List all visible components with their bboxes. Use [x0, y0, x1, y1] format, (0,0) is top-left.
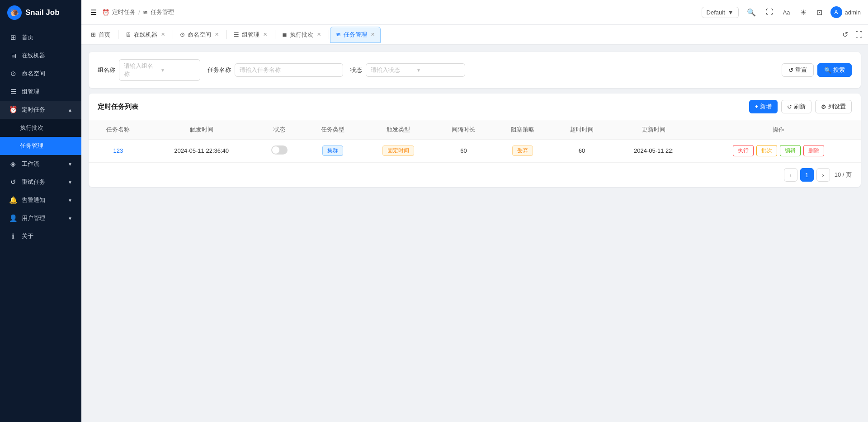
task-table: 任务名称 触发时间 状态 任务类型 触发类型 间隔时长 阻塞策略 超时时间 更新…: [89, 120, 861, 162]
delete-button[interactable]: 删除: [803, 145, 824, 156]
page-1-button[interactable]: 1: [800, 168, 814, 182]
screen-button[interactable]: ⊡: [815, 6, 824, 19]
tab-batch-exec[interactable]: ≣ 执行批次 ✕: [276, 27, 327, 43]
tab-task-management-label: 任务管理: [344, 31, 367, 39]
task-name-link[interactable]: 123: [113, 147, 123, 154]
column-settings-button[interactable]: ⚙ 列设置: [815, 100, 852, 113]
chevron-right-icon2: ▼: [68, 180, 72, 185]
sidebar-label-about: 关于: [22, 232, 33, 240]
clock-icon: ⏰: [9, 106, 17, 114]
tab-namespace-icon: ⊙: [180, 31, 185, 38]
next-page-button[interactable]: ›: [816, 168, 830, 182]
expand-button[interactable]: ⛶: [764, 6, 775, 18]
tabbar: ⊞ 首页 🖥 在线机器 ✕ ⊙ 命名空间 ✕ ☰ 组管理 ✕ ≣ 执行批次 ✕ …: [81, 25, 868, 45]
cell-task-type: 集群: [303, 140, 362, 162]
tab-namespace[interactable]: ⊙ 命名空间 ✕: [174, 27, 225, 43]
breadcrumb-icon-scheduled: ⏰: [102, 9, 109, 16]
filter-actions: ↺ 重置 🔍 搜索: [782, 63, 852, 77]
admin-area[interactable]: A admin: [830, 6, 861, 18]
sidebar-item-workflow[interactable]: ◈ 工作流 ▼: [0, 155, 81, 173]
col-trigger-type: 触发类型: [362, 120, 434, 140]
batch-button[interactable]: 批次: [756, 145, 777, 156]
cell-trigger-time: 2024-05-11 22:36:40: [148, 140, 255, 162]
settings-label: 列设置: [828, 103, 846, 111]
trigger-type-badge: 固定时间: [382, 145, 414, 156]
tab-divider-4: [275, 30, 275, 39]
tab-batch-exec-close[interactable]: ✕: [317, 32, 321, 38]
sidebar-label-workflow: 工作流: [22, 160, 39, 168]
tab-task-management-icon: ≋: [336, 31, 341, 38]
status-label: 状态: [350, 66, 362, 74]
prev-page-button[interactable]: ‹: [784, 168, 797, 182]
task-placeholder: 请输入任务名称: [240, 66, 338, 74]
sidebar-item-namespace[interactable]: ⊙ 命名空间: [0, 65, 81, 83]
tab-online-machines-close[interactable]: ✕: [161, 32, 165, 38]
sidebar-item-retry-task[interactable]: ↺ 重试任务 ▼: [0, 173, 81, 191]
tab-home[interactable]: ⊞ 首页: [85, 27, 116, 43]
theme-button[interactable]: ☀: [798, 6, 808, 19]
execute-button[interactable]: 执行: [733, 145, 754, 156]
namespace-selector[interactable]: Default ▼: [702, 7, 739, 18]
sidebar-item-home[interactable]: ⊞ 首页: [0, 28, 81, 47]
sidebar-item-group[interactable]: ☰ 组管理: [0, 83, 81, 101]
user-icon: 👤: [9, 214, 17, 222]
group-label: 组名称: [98, 66, 115, 74]
edit-button[interactable]: 编辑: [780, 145, 801, 156]
sidebar-item-task-management[interactable]: 任务管理: [0, 137, 81, 155]
group-placeholder: 请输入组名称: [124, 62, 159, 78]
computer-icon: 🖥: [9, 52, 17, 60]
breadcrumb: ⏰ 定时任务 / ≋ 任务管理: [102, 8, 174, 16]
reset-icon: ↺: [788, 67, 793, 74]
tab-namespace-label: 命名空间: [188, 31, 211, 39]
tab-group[interactable]: ☰ 组管理 ✕: [228, 27, 273, 43]
sidebar-item-online-machines[interactable]: 🖥 在线机器: [0, 47, 81, 65]
table-thead: 任务名称 触发时间 状态 任务类型 触发类型 间隔时长 阻塞策略 超时时间 更新…: [89, 120, 861, 140]
cell-task-name: 123: [89, 140, 148, 162]
settings-icon: ⚙: [821, 103, 826, 110]
admin-name: admin: [845, 9, 861, 16]
sidebar-label-task-management: 任务管理: [20, 142, 43, 150]
refresh-button[interactable]: ↺ 刷新: [781, 100, 811, 113]
group-input[interactable]: 请输入组名称 ▼: [119, 59, 200, 81]
search-button-filter[interactable]: 🔍 搜索: [817, 63, 852, 77]
col-trigger-time: 触发时间: [148, 120, 255, 140]
namespace-value: Default: [707, 9, 725, 16]
fullscreen-tab-button[interactable]: ⛶: [854, 29, 864, 41]
refresh-tab-button[interactable]: ↺: [840, 28, 850, 41]
tab-task-management[interactable]: ≋ 任务管理 ✕: [330, 27, 381, 43]
reset-label: 重置: [795, 66, 807, 74]
topbar: ☰ ⏰ 定时任务 / ≋ 任务管理 Default ▼ 🔍 ⛶ Aa ☀ ⊡ A…: [81, 0, 868, 25]
sidebar-label-scheduled-task: 定时任务: [22, 106, 45, 114]
reset-button[interactable]: ↺ 重置: [782, 63, 814, 77]
status-input[interactable]: 请输入状态 ▼: [366, 63, 465, 77]
tab-group-close[interactable]: ✕: [263, 32, 267, 38]
table-actions: + 新增 ↺ 刷新 ⚙ 列设置: [749, 100, 852, 113]
tab-namespace-close[interactable]: ✕: [215, 32, 219, 38]
menu-toggle-button[interactable]: ☰: [89, 6, 99, 19]
sidebar-logo[interactable]: 🐌 Snail Job: [0, 0, 81, 25]
sidebar-item-scheduled-task[interactable]: ⏰ 定时任务 ▲: [0, 101, 81, 119]
sidebar-item-about[interactable]: ℹ 关于: [0, 227, 81, 245]
col-update-time: 更新时间: [611, 120, 696, 140]
action-buttons: 执行 批次 编辑 删除: [703, 145, 854, 156]
sidebar-item-user-management[interactable]: 👤 用户管理 ▼: [0, 209, 81, 227]
new-button[interactable]: + 新增: [749, 100, 778, 113]
col-block-strategy: 阻塞策略: [493, 120, 552, 140]
status-toggle[interactable]: [271, 145, 288, 155]
workflow-icon: ◈: [9, 160, 17, 168]
sidebar-label-namespace: 命名空间: [22, 70, 45, 78]
tab-divider-3: [226, 30, 227, 39]
task-input[interactable]: 请输入任务名称: [235, 63, 343, 77]
cell-trigger-type: 固定时间: [362, 140, 434, 162]
table-row: 123 2024-05-11 22:36:40 集群 固定时间 60 丢弃: [89, 140, 861, 162]
table-section: 定时任务列表 + 新增 ↺ 刷新 ⚙ 列设置 任务名称 触发时间: [89, 94, 861, 187]
tab-task-management-close[interactable]: ✕: [371, 32, 375, 38]
pagination: ‹ 1 › 10 / 页: [89, 162, 861, 187]
table-header-row: 任务名称 触发时间 状态 任务类型 触发类型 间隔时长 阻塞策略 超时时间 更新…: [89, 120, 861, 140]
search-button[interactable]: 🔍: [745, 6, 758, 19]
status-field: 状态 请输入状态 ▼: [350, 63, 465, 77]
sidebar-item-batch-exec[interactable]: 执行批次: [0, 119, 81, 137]
translate-button[interactable]: Aa: [781, 7, 792, 18]
sidebar-item-alert[interactable]: 🔔 告警通知 ▼: [0, 191, 81, 209]
tab-online-machines[interactable]: 🖥 在线机器 ✕: [119, 27, 171, 43]
